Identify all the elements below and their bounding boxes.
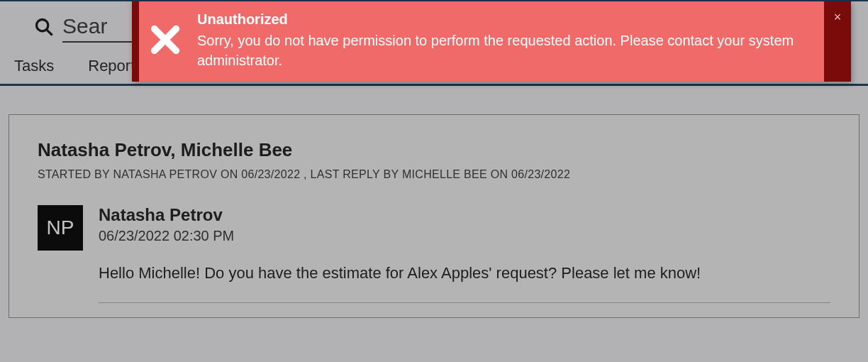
alert-close-button[interactable]: × [824,1,851,82]
message-author: Natasha Petrov [99,205,830,225]
alert-message: Sorry, you do not have permission to per… [197,31,801,70]
alert-title: Unauthorized [197,11,801,28]
close-icon: × [834,10,842,25]
message-timestamp: 06/23/2022 02:30 PM [99,228,830,244]
search-icon [34,17,54,40]
thread-title: Natasha Petrov, Michelle Bee [38,139,830,161]
message-row: NP Natasha Petrov 06/23/2022 02:30 PM He… [38,205,830,303]
tab-tasks[interactable]: Tasks [14,57,54,75]
thread-meta: STARTED BY NATASHA PETROV ON 06/23/2022 … [38,168,830,181]
alert-banner: Unauthorized Sorry, you do not have perm… [132,1,851,82]
message-text: Hello Michelle! Do you have the estimate… [99,264,830,283]
thread-card: Natasha Petrov, Michelle Bee STARTED BY … [9,114,859,318]
avatar: NP [38,205,83,251]
svg-line-1 [47,30,52,35]
svg-point-0 [37,20,48,31]
error-icon [149,23,182,59]
